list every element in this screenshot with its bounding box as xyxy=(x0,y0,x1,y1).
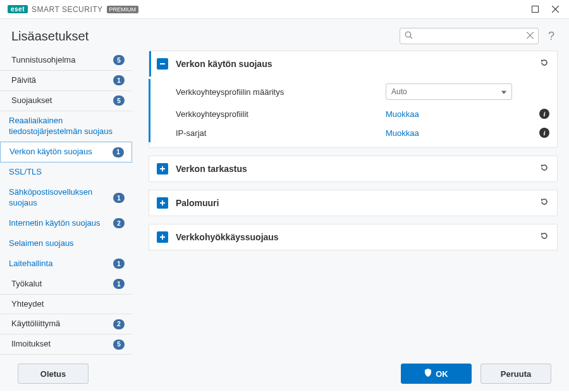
expand-icon xyxy=(157,163,168,175)
clear-search-icon[interactable] xyxy=(527,32,534,41)
maximize-button[interactable] xyxy=(526,3,544,16)
select-value: Auto xyxy=(391,87,407,96)
svg-rect-10 xyxy=(160,168,165,169)
sidebar-item-label: Suojaukset xyxy=(11,95,109,106)
main: Tunnistusohjelma5Päivitä1Suojaukset5Reaa… xyxy=(0,51,569,357)
edit-ipsets-link[interactable]: Muokkaa xyxy=(386,128,419,138)
row-label: Verkkoyhteysprofiilin määritys xyxy=(176,87,378,97)
footer-right: OK Peruuta xyxy=(401,364,551,384)
panel-title: Palomuuri xyxy=(176,198,532,208)
info-icon[interactable]: i xyxy=(539,109,549,119)
sidebar-item-14[interactable]: Tietosuoja-asetukset xyxy=(0,355,132,357)
titlebar: eset SMART SECURITY PREMIUM xyxy=(0,0,569,19)
row-control: Muokkaa xyxy=(386,109,512,119)
shield-icon xyxy=(424,369,432,379)
sidebar: Tunnistusohjelma5Päivitä1Suojaukset5Reaa… xyxy=(0,51,136,357)
cancel-button[interactable]: Peruuta xyxy=(480,364,551,384)
sidebar-badge: 2 xyxy=(113,218,125,228)
ok-button[interactable]: OK xyxy=(401,364,472,384)
sidebar-item-8[interactable]: Selaimen suojaus xyxy=(0,234,132,254)
sidebar-item-10[interactable]: Työkalut1 xyxy=(0,274,132,295)
sidebar-item-4[interactable]: Verkon käytön suojaus1 xyxy=(0,142,132,162)
row-profile-assignment: Verkkoyhteysprofiilin määritys Auto xyxy=(149,79,557,104)
sidebar-badge: 1 xyxy=(113,193,125,203)
sidebar-item-12[interactable]: Käyttöliittymä2 xyxy=(0,314,132,334)
svg-rect-7 xyxy=(160,63,165,64)
panel-title: Verkon tarkastus xyxy=(176,164,532,174)
panel-network-inspection: Verkon tarkastus xyxy=(149,156,558,182)
panel-title: Verkon käytön suojaus xyxy=(176,59,532,69)
sidebar-item-9[interactable]: Laitehallinta1 xyxy=(0,254,132,274)
row-ip-sets: IP-sarjat Muokkaa i xyxy=(149,123,557,142)
close-button[interactable] xyxy=(546,3,564,16)
ok-label: OK xyxy=(436,369,448,379)
expand-icon xyxy=(157,231,168,243)
topbar-right: ? xyxy=(400,28,558,44)
sidebar-badge: 5 xyxy=(113,55,125,65)
expand-icon xyxy=(157,197,168,209)
brand-eset: eset xyxy=(8,5,28,13)
row-label: IP-sarjat xyxy=(176,128,378,138)
svg-marker-11 xyxy=(541,164,543,167)
maximize-icon xyxy=(532,6,539,13)
sidebar-badge: 1 xyxy=(113,259,125,269)
footer: Oletus OK Peruuta xyxy=(0,357,569,391)
sidebar-item-label: Ilmoitukset xyxy=(11,339,109,350)
row-profiles: Verkkoyhteysprofiilit Muokkaa i xyxy=(149,104,557,123)
sidebar-item-label: SSL/TLS xyxy=(9,167,125,178)
profile-select[interactable]: Auto xyxy=(386,83,512,100)
sidebar-item-1[interactable]: Päivitä1 xyxy=(0,71,132,91)
sidebar-item-0[interactable]: Tunnistusohjelma5 xyxy=(0,51,132,71)
sidebar-item-label: Laitehallinta xyxy=(9,259,109,269)
svg-marker-14 xyxy=(541,199,543,201)
panel-firewall: Palomuuri xyxy=(149,190,558,216)
row-control: Auto xyxy=(386,83,512,100)
panel-header-network-attack-protection[interactable]: Verkkohyökkäyssuojaus xyxy=(149,224,557,250)
sidebar-badge: 5 xyxy=(113,95,125,106)
info-icon[interactable]: i xyxy=(539,128,549,138)
panel-network-attack-protection: Verkkohyökkäyssuojaus xyxy=(149,224,558,250)
revert-icon[interactable] xyxy=(539,162,549,175)
defaults-button[interactable]: Oletus xyxy=(18,364,89,384)
revert-icon[interactable] xyxy=(539,231,549,243)
sidebar-item-label: Tunnistusohjelma xyxy=(11,55,109,66)
sidebar-item-6[interactable]: Sähköpostisovelluksen suojaus1 xyxy=(0,183,132,214)
window-controls xyxy=(526,3,564,16)
panel-header-network-access-protection[interactable]: Verkon käytön suojaus xyxy=(149,51,557,77)
sidebar-item-label: Internetin käytön suojaus xyxy=(9,218,109,229)
sidebar-item-3[interactable]: Reaaliaikainen tiedostojärjestelmän suoj… xyxy=(0,111,132,142)
search-input[interactable] xyxy=(400,28,539,44)
sidebar-item-label: Verkon käytön suojaus xyxy=(9,147,109,157)
row-label: Verkkoyhteysprofiilit xyxy=(176,109,378,119)
sidebar-badge: 1 xyxy=(113,147,124,157)
sidebar-item-11[interactable]: Yhteydet xyxy=(0,295,132,315)
svg-rect-13 xyxy=(160,202,165,204)
revert-icon[interactable] xyxy=(539,58,549,70)
sidebar-item-7[interactable]: Internetin käytön suojaus2 xyxy=(0,214,132,234)
panel-network-access-protection: Verkon käytön suojaus Verkkoyhteysprofii… xyxy=(149,51,558,148)
panel-title: Verkkohyökkäyssuojaus xyxy=(176,232,532,242)
sidebar-item-2[interactable]: Suojaukset5 xyxy=(0,91,132,111)
brand: eset SMART SECURITY PREMIUM xyxy=(8,5,138,14)
panel-header-firewall[interactable]: Palomuuri xyxy=(149,190,557,216)
svg-marker-17 xyxy=(541,233,543,235)
collapse-icon xyxy=(157,58,168,70)
content: Verkon käytön suojaus Verkkoyhteysprofii… xyxy=(136,51,569,357)
brand-tier: PREMIUM xyxy=(107,6,139,13)
sidebar-item-label: Työkalut xyxy=(11,279,109,290)
help-icon[interactable]: ? xyxy=(545,30,558,43)
sidebar-item-label: Käyttöliittymä xyxy=(11,319,109,329)
close-icon xyxy=(552,6,559,13)
sidebar-item-label: Yhteydet xyxy=(11,299,125,310)
sidebar-item-label: Sähköpostisovelluksen suojaus xyxy=(9,187,109,209)
sidebar-badge: 5 xyxy=(113,340,125,350)
edit-profiles-link[interactable]: Muokkaa xyxy=(386,109,419,119)
brand-product: SMART SECURITY xyxy=(32,5,103,14)
revert-icon[interactable] xyxy=(539,197,549,209)
svg-marker-8 xyxy=(541,59,543,62)
svg-rect-0 xyxy=(532,6,538,13)
sidebar-item-5[interactable]: SSL/TLS xyxy=(0,162,132,183)
panel-header-network-inspection[interactable]: Verkon tarkastus xyxy=(149,156,557,181)
sidebar-badge: 1 xyxy=(113,279,125,289)
sidebar-item-13[interactable]: Ilmoitukset5 xyxy=(0,334,132,355)
